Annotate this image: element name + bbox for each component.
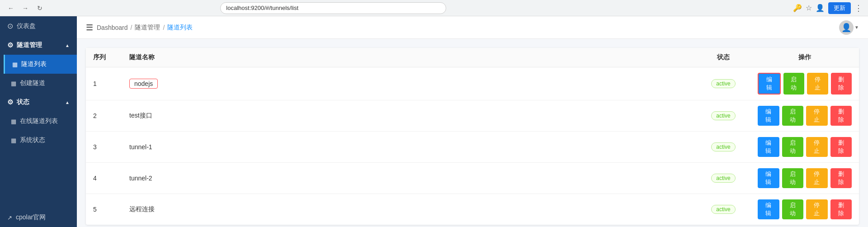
action-buttons: 编辑启动停止删除 — [758, 106, 852, 126]
avatar[interactable]: 👤 — [839, 20, 854, 35]
header: ☰ Dashboard / 隧道管理 / 隧道列表 👤 ▼ — [77, 16, 868, 39]
breadcrumb-item-tunnel-mgmt[interactable]: 隧道管理 — [135, 24, 160, 32]
tunnel-mgmt-icon: ⚙ — [7, 41, 13, 49]
breadcrumb-separator-1: / — [131, 24, 132, 31]
status-badge: active — [711, 205, 735, 214]
stop-button[interactable]: 停止 — [807, 73, 828, 95]
edit-button[interactable]: 编辑 — [758, 168, 779, 188]
col-header-index: 序列 — [86, 48, 122, 67]
user-icon: 👤 — [816, 4, 825, 12]
sidebar-sub-tunnel: ▦ 隧道列表 ▦ 创建隧道 — [0, 55, 77, 93]
sidebar-system-status-label: 系统状态 — [20, 136, 45, 144]
sidebar-section-left: ⚙ 隧道管理 — [7, 41, 42, 49]
avatar-dropdown-icon[interactable]: ▼ — [854, 25, 859, 30]
table-row: 1nodejsactive编辑启动停止删除 — [86, 67, 859, 100]
delete-button[interactable]: 删除 — [831, 73, 852, 95]
stop-button[interactable]: 停止 — [806, 137, 828, 157]
browser-actions: 🔑 ☆ 👤 更新 ⋮ — [793, 2, 863, 14]
status-icon: ⚙ — [7, 98, 13, 106]
cell-actions: 编辑启动停止删除 — [750, 132, 859, 163]
status-badge: active — [711, 174, 735, 183]
edit-button[interactable]: 编辑 — [758, 137, 779, 157]
sidebar-online-tunnels-label: 在线隧道列表 — [20, 117, 58, 125]
start-button[interactable]: 启动 — [782, 106, 804, 126]
star-icon: ☆ — [806, 4, 812, 12]
create-tunnel-icon: ▦ — [11, 80, 16, 87]
sidebar-item-system-status[interactable]: ▦ 系统状态 — [4, 131, 77, 150]
delete-button[interactable]: 删除 — [830, 168, 852, 188]
sidebar-cpolar-label: cpolar官网 — [16, 213, 46, 222]
cell-name: tunnel-2 — [122, 163, 696, 194]
page-body: 序列 隧道名称 状态 操作 1nodejsactive编辑启动停止删除2test… — [77, 39, 868, 227]
sidebar: ⊙ 仪表盘 ⚙ 隧道管理 ▲ ▦ 隧道列表 ▦ 创建隧道 ⚙ 状态 — [0, 16, 77, 227]
header-left: ☰ Dashboard / 隧道管理 / 隧道列表 — [86, 23, 193, 33]
cell-name: nodejs — [122, 67, 696, 100]
cell-status: active — [696, 132, 750, 163]
reload-button[interactable]: ↻ — [34, 3, 45, 14]
edit-button[interactable]: 编辑 — [758, 106, 779, 126]
sidebar-sub-status: ▦ 在线隧道列表 ▦ 系统状态 — [0, 112, 77, 150]
sidebar-item-tunnel-list[interactable]: ▦ 隧道列表 — [4, 55, 77, 74]
dashboard-icon: ⊙ — [7, 22, 13, 30]
edit-button[interactable]: 编辑 — [758, 73, 781, 95]
back-button[interactable]: ← — [5, 3, 16, 14]
cell-name: test接口 — [122, 100, 696, 132]
breadcrumb: Dashboard / 隧道管理 / 隧道列表 — [97, 24, 193, 32]
cell-name: tunnel-1 — [122, 132, 696, 163]
action-buttons: 编辑启动停止删除 — [758, 73, 852, 95]
cell-status: active — [696, 194, 750, 225]
sidebar-item-create-tunnel[interactable]: ▦ 创建隧道 — [4, 74, 77, 93]
external-link-icon: ↗ — [7, 214, 12, 221]
more-icon[interactable]: ⋮ — [854, 3, 863, 13]
cell-actions: 编辑启动停止删除 — [750, 100, 859, 132]
stop-button[interactable]: 停止 — [806, 199, 828, 219]
col-header-name: 隧道名称 — [122, 48, 696, 67]
sidebar-tunnel-list-label: 隧道列表 — [21, 60, 47, 68]
delete-button[interactable]: 删除 — [830, 199, 852, 219]
url-bar[interactable]: localhost:9200/#/tunnels/list — [220, 2, 446, 14]
table-row: 4tunnel-2active编辑启动停止删除 — [86, 163, 859, 194]
header-right: 👤 ▼ — [839, 20, 859, 35]
cell-status: active — [696, 100, 750, 132]
menu-toggle-button[interactable]: ☰ — [86, 23, 93, 33]
sidebar-dashboard-label: 仪表盘 — [17, 22, 36, 30]
cell-index: 4 — [86, 163, 122, 194]
sidebar-item-cpolar[interactable]: ↗ cpolar官网 — [0, 208, 77, 227]
sidebar-section-tunnel-mgmt[interactable]: ⚙ 隧道管理 ▲ — [0, 36, 77, 55]
stop-button[interactable]: 停止 — [806, 106, 828, 126]
stop-button[interactable]: 停止 — [806, 168, 828, 188]
delete-button[interactable]: 删除 — [830, 106, 852, 126]
sidebar-status-label: 状态 — [17, 98, 29, 106]
sidebar-item-dashboard[interactable]: ⊙ 仪表盘 — [0, 16, 77, 36]
sidebar-section-status[interactable]: ⚙ 状态 ▲ — [0, 93, 77, 112]
system-status-icon: ▦ — [11, 137, 16, 144]
cell-actions: 编辑启动停止删除 — [750, 67, 859, 100]
cell-index: 3 — [86, 132, 122, 163]
cell-index: 5 — [86, 194, 122, 225]
start-button[interactable]: 启动 — [783, 73, 805, 95]
cell-name: 远程连接 — [122, 194, 696, 225]
sidebar-item-online-tunnels[interactable]: ▦ 在线隧道列表 — [4, 112, 77, 131]
breadcrumb-item-current: 隧道列表 — [167, 24, 193, 32]
delete-button[interactable]: 删除 — [830, 137, 852, 157]
table-header-row: 序列 隧道名称 状态 操作 — [86, 48, 859, 67]
sidebar-tunnel-mgmt-label: 隧道管理 — [17, 41, 42, 49]
update-button[interactable]: 更新 — [828, 2, 851, 14]
breadcrumb-item-dashboard[interactable]: Dashboard — [97, 24, 128, 31]
sidebar-bottom: ↗ cpolar官网 — [0, 208, 77, 227]
start-button[interactable]: 启动 — [782, 199, 804, 219]
cell-status: active — [696, 67, 750, 100]
start-button[interactable]: 启动 — [782, 168, 804, 188]
cell-status: active — [696, 163, 750, 194]
cell-actions: 编辑启动停止删除 — [750, 163, 859, 194]
start-button[interactable]: 启动 — [782, 137, 804, 157]
col-header-actions: 操作 — [750, 48, 859, 67]
cell-index: 2 — [86, 100, 122, 132]
forward-button[interactable]: → — [20, 3, 31, 14]
edit-button[interactable]: 编辑 — [758, 199, 779, 219]
sidebar-section-status-left: ⚙ 状态 — [7, 98, 29, 106]
tunnel-list-icon: ▦ — [12, 61, 18, 68]
key-icon: 🔑 — [793, 4, 802, 12]
cell-index: 1 — [86, 67, 122, 100]
sidebar-create-tunnel-label: 创建隧道 — [20, 79, 45, 87]
